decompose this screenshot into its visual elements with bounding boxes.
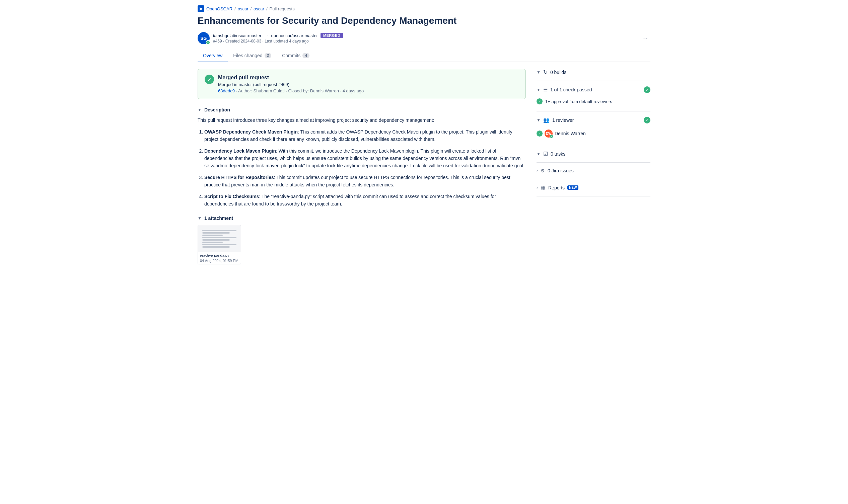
item3-title: Secure HTTPS for Repositories: [204, 175, 274, 180]
breadcrumb-repo1[interactable]: oscar: [238, 6, 248, 12]
reports-label: Reports: [548, 185, 565, 191]
attachment-section: ▼ 1 attachment: [197, 216, 526, 264]
checks-expand-icon: ▼: [537, 87, 540, 92]
tab-files-count: 2: [264, 53, 272, 58]
description-list: OWASP Dependency Check Maven Plugin: Thi…: [197, 128, 526, 208]
breadcrumb-org[interactable]: OpenOSCAR: [206, 6, 232, 12]
preview-line: [202, 246, 230, 248]
tab-overview-label: Overview: [203, 53, 222, 58]
item1-title: OWASP Dependency Check Maven Plugin: [204, 129, 298, 134]
preview-line: [202, 230, 237, 231]
jira-header[interactable]: › ⚙ 0 Jira issues: [537, 168, 651, 173]
reports-section: › ▦ Reports NEW: [537, 179, 651, 196]
preview-lines: [202, 230, 237, 248]
page-title: Enhancements for Security and Dependency…: [197, 15, 651, 27]
reviewer-approved-icon: ✓: [644, 117, 651, 124]
checks-body: ✓ 1+ approval from default reviewers: [537, 97, 651, 106]
preview-line: [202, 235, 223, 236]
pr-number: #469: [213, 39, 222, 43]
attachment-thumbnail[interactable]: reactive-panda.py 04 Aug 2024, 01:59 PM: [197, 225, 241, 264]
jira-expand-icon: ›: [537, 168, 538, 173]
checks-label: 1 of 1 check passed: [550, 87, 592, 92]
branch-arrow: →: [264, 33, 269, 38]
tasks-title: ▼ ☑ 0 tasks: [537, 150, 565, 157]
source-branch: iamshgulati/oscar:master: [213, 33, 262, 38]
list-item: Script to Fix Checksums: The "reactive-p…: [204, 193, 526, 208]
merged-commit-line: 63dedc9 · Author: Shubham Gulati · Close…: [218, 88, 364, 93]
check-item-label: 1+ approval from default reviewers: [545, 99, 612, 104]
tabs: Overview Files changed 2 Commits 4: [197, 50, 651, 62]
preview-line: [202, 237, 237, 238]
tab-files-label: Files changed: [233, 53, 262, 58]
breadcrumb-repo2[interactable]: oscar: [254, 6, 264, 12]
tasks-label: 0 tasks: [551, 151, 565, 157]
merged-title: Merged pull request: [218, 75, 364, 80]
reviewer-header[interactable]: ▼ 👥 1 reviewer ✓: [537, 117, 651, 124]
reviewer-wrapper: ✓ DW Dennis Warren: [537, 129, 586, 138]
builds-refresh-icon: ↻: [543, 69, 548, 75]
attachment-filename: reactive-panda.py: [198, 252, 241, 259]
tasks-expand-icon: ▼: [537, 151, 540, 156]
breadcrumb-section: Pull requests: [270, 6, 295, 12]
sidebar: ▼ ↻ 0 builds ▼ ☰ 1 of 1 check passed ✓: [537, 69, 651, 264]
reports-header[interactable]: › ▦ Reports NEW: [537, 184, 651, 191]
breadcrumb-sep2: /: [250, 6, 252, 12]
merged-status-badge: MERGED: [321, 33, 343, 38]
description-section: ▼ Description This pull request introduc…: [197, 107, 526, 208]
tasks-section: ▼ ☑ 0 tasks: [537, 145, 651, 163]
breadcrumb: ▶ OpenOSCAR / oscar / oscar / Pull reque…: [197, 5, 651, 12]
more-options-button[interactable]: ···: [639, 33, 651, 43]
description-header[interactable]: ▼ Description: [197, 107, 526, 112]
commit-hash-link[interactable]: 63dedc9: [218, 88, 235, 93]
reviewer-expand-icon: ▼: [537, 118, 540, 123]
attachment-header[interactable]: ▼ 1 attachment: [197, 216, 526, 221]
list-item: OWASP Dependency Check Maven Plugin: Thi…: [204, 128, 526, 143]
reports-expand-icon: ›: [537, 185, 538, 190]
checklist-icon: ☰: [543, 87, 548, 93]
tab-commits[interactable]: Commits 4: [277, 50, 315, 62]
checks-title: ▼ ☰ 1 of 1 check passed: [537, 87, 592, 93]
reviewer-item: ✓ DW Dennis Warren: [537, 127, 651, 140]
checks-section: ▼ ☰ 1 of 1 check passed ✓ ✓ 1+ approval …: [537, 81, 651, 111]
description-chevron-icon: ▼: [197, 107, 202, 112]
builds-label: 0 builds: [550, 70, 566, 75]
item2-title: Dependency Lock Maven Plugin: [204, 148, 276, 154]
pr-branch-line: iamshgulati/oscar:master → openoscar/osc…: [213, 33, 343, 38]
reviewer-name: Dennis Warren: [555, 131, 586, 136]
reviewer-title: ▼ 👥 1 reviewer: [537, 117, 574, 123]
attachment-preview: [198, 225, 241, 252]
avatar: SG: [197, 32, 210, 44]
reviewer-avatar: DW: [544, 129, 553, 138]
content-layout: ✓ Merged pull request Merged in master (…: [197, 69, 651, 264]
reviewer-check-icon: ✓: [537, 130, 542, 137]
tab-overview[interactable]: Overview: [197, 50, 228, 62]
tasks-header[interactable]: ▼ ☑ 0 tasks: [537, 150, 651, 157]
pr-meta-info: iamshgulati/oscar:master → openoscar/osc…: [213, 33, 343, 43]
breadcrumb-sep1: /: [235, 6, 236, 12]
tab-files-changed[interactable]: Files changed 2: [228, 50, 277, 62]
merged-check-icon: ✓: [205, 75, 214, 84]
reviewer-body: ✓ DW Dennis Warren: [537, 127, 651, 140]
description-title: Description: [204, 107, 230, 112]
jira-icon: ⚙: [540, 168, 545, 173]
openoscar-logo-icon: ▶: [197, 5, 204, 12]
avatar-verified-badge: [206, 40, 210, 45]
checks-header[interactable]: ▼ ☰ 1 of 1 check passed ✓: [537, 86, 651, 93]
jira-title: › ⚙ 0 Jira issues: [537, 168, 574, 173]
checks-passed-icon: ✓: [644, 86, 651, 93]
description-body: This pull request introduces three key c…: [197, 116, 526, 208]
preview-line: [202, 244, 237, 245]
reports-new-badge: NEW: [567, 185, 578, 190]
builds-header[interactable]: ▼ ↻ 0 builds: [537, 69, 651, 75]
main-content: ✓ Merged pull request Merged in master (…: [197, 69, 526, 264]
builds-title: ▼ ↻ 0 builds: [537, 69, 566, 75]
breadcrumb-sep3: /: [266, 6, 267, 12]
builds-expand-icon: ▼: [537, 70, 540, 75]
pr-created: Created 2024-08-03: [225, 39, 261, 43]
reviewer-label: 1 reviewer: [552, 118, 574, 123]
description-intro: This pull request introduces three key c…: [197, 116, 526, 124]
tab-commits-count: 4: [302, 53, 309, 58]
merged-detail: Merged in master (pull request #469): [218, 82, 364, 87]
attachment-title: 1 attachment: [204, 216, 233, 221]
reviewer-verified-badge: [550, 134, 553, 138]
